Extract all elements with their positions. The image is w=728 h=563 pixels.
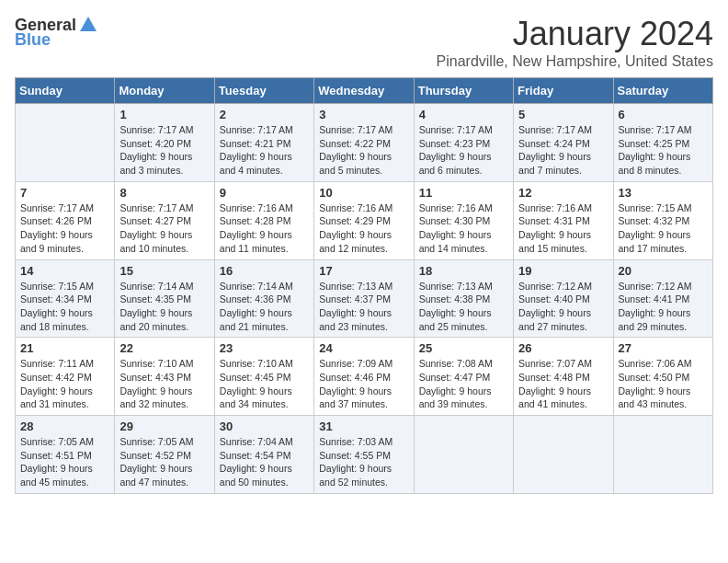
calendar-cell: 26Sunrise: 7:07 AMSunset: 4:48 PMDayligh… bbox=[514, 338, 613, 416]
header-cell-wednesday: Wednesday bbox=[314, 78, 414, 104]
day-number: 10 bbox=[319, 186, 408, 200]
cell-content: Sunrise: 7:16 AMSunset: 4:31 PMDaylight:… bbox=[518, 201, 608, 256]
day-number: 12 bbox=[518, 186, 608, 200]
calendar-cell bbox=[16, 104, 115, 182]
calendar-cell: 11Sunrise: 7:16 AMSunset: 4:30 PMDayligh… bbox=[414, 181, 513, 259]
day-number: 1 bbox=[119, 108, 209, 121]
cell-content: Sunrise: 7:17 AMSunset: 4:20 PMDaylight:… bbox=[119, 123, 209, 178]
cell-content: Sunrise: 7:13 AMSunset: 4:37 PMDaylight:… bbox=[319, 280, 408, 334]
cell-content: Sunrise: 7:10 AMSunset: 4:43 PMDaylight:… bbox=[119, 357, 209, 411]
day-number: 17 bbox=[319, 264, 408, 278]
day-number: 15 bbox=[119, 264, 209, 278]
calendar-cell: 14Sunrise: 7:15 AMSunset: 4:34 PMDayligh… bbox=[16, 259, 115, 338]
day-number: 14 bbox=[20, 264, 109, 278]
calendar-cell: 7Sunrise: 7:17 AMSunset: 4:26 PMDaylight… bbox=[16, 181, 115, 259]
cell-content: Sunrise: 7:16 AMSunset: 4:29 PMDaylight:… bbox=[319, 201, 408, 256]
cell-content: Sunrise: 7:03 AMSunset: 4:55 PMDaylight:… bbox=[319, 435, 408, 489]
title-area: January 2024 Pinardville, New Hampshire,… bbox=[437, 15, 713, 70]
cell-content: Sunrise: 7:17 AMSunset: 4:24 PMDaylight:… bbox=[518, 123, 608, 178]
calendar-cell: 13Sunrise: 7:15 AMSunset: 4:32 PMDayligh… bbox=[613, 181, 712, 259]
calendar-cell: 12Sunrise: 7:16 AMSunset: 4:31 PMDayligh… bbox=[514, 181, 613, 259]
cell-content: Sunrise: 7:15 AMSunset: 4:32 PMDaylight:… bbox=[619, 201, 708, 256]
day-number: 16 bbox=[220, 264, 309, 278]
cell-content: Sunrise: 7:05 AMSunset: 4:51 PMDaylight:… bbox=[20, 435, 109, 489]
day-number: 8 bbox=[119, 186, 209, 200]
calendar-cell bbox=[514, 416, 613, 494]
calendar-cell: 4Sunrise: 7:17 AMSunset: 4:23 PMDaylight… bbox=[414, 104, 513, 182]
calendar-cell: 20Sunrise: 7:12 AMSunset: 4:41 PMDayligh… bbox=[613, 259, 712, 338]
calendar-cell: 2Sunrise: 7:17 AMSunset: 4:21 PMDaylight… bbox=[214, 104, 313, 182]
day-number: 31 bbox=[319, 419, 408, 433]
calendar-cell: 10Sunrise: 7:16 AMSunset: 4:29 PMDayligh… bbox=[314, 181, 414, 259]
cell-content: Sunrise: 7:17 AMSunset: 4:23 PMDaylight:… bbox=[419, 123, 508, 178]
day-number: 18 bbox=[419, 264, 508, 278]
day-number: 20 bbox=[619, 264, 708, 278]
day-number: 22 bbox=[119, 341, 209, 355]
calendar-cell: 21Sunrise: 7:11 AMSunset: 4:42 PMDayligh… bbox=[16, 338, 115, 416]
calendar-cell: 23Sunrise: 7:10 AMSunset: 4:45 PMDayligh… bbox=[214, 338, 313, 416]
cell-content: Sunrise: 7:04 AMSunset: 4:54 PMDaylight:… bbox=[220, 435, 309, 489]
calendar-cell: 19Sunrise: 7:12 AMSunset: 4:40 PMDayligh… bbox=[514, 259, 613, 338]
logo-icon bbox=[78, 15, 98, 35]
cell-content: Sunrise: 7:17 AMSunset: 4:25 PMDaylight:… bbox=[619, 123, 708, 178]
cell-content: Sunrise: 7:12 AMSunset: 4:41 PMDaylight:… bbox=[619, 280, 708, 334]
day-number: 2 bbox=[220, 108, 309, 121]
day-number: 21 bbox=[20, 341, 109, 355]
day-number: 30 bbox=[220, 419, 309, 433]
week-row-0: 1Sunrise: 7:17 AMSunset: 4:20 PMDaylight… bbox=[16, 104, 713, 182]
day-number: 24 bbox=[319, 341, 408, 355]
week-row-1: 7Sunrise: 7:17 AMSunset: 4:26 PMDaylight… bbox=[16, 181, 713, 259]
day-number: 27 bbox=[619, 341, 708, 355]
day-number: 29 bbox=[119, 419, 209, 433]
header-cell-tuesday: Tuesday bbox=[214, 78, 313, 104]
calendar-cell: 28Sunrise: 7:05 AMSunset: 4:51 PMDayligh… bbox=[16, 416, 115, 494]
calendar-table: SundayMondayTuesdayWednesdayThursdayFrid… bbox=[15, 77, 713, 494]
day-number: 23 bbox=[220, 341, 309, 355]
calendar-cell: 15Sunrise: 7:14 AMSunset: 4:35 PMDayligh… bbox=[115, 259, 214, 338]
cell-content: Sunrise: 7:17 AMSunset: 4:27 PMDaylight:… bbox=[119, 201, 209, 256]
cell-content: Sunrise: 7:07 AMSunset: 4:48 PMDaylight:… bbox=[518, 357, 608, 411]
calendar-cell: 30Sunrise: 7:04 AMSunset: 4:54 PMDayligh… bbox=[214, 416, 313, 494]
day-number: 25 bbox=[419, 341, 508, 355]
calendar-cell bbox=[414, 416, 513, 494]
calendar-cell: 27Sunrise: 7:06 AMSunset: 4:50 PMDayligh… bbox=[613, 338, 712, 416]
header-cell-sunday: Sunday bbox=[16, 78, 115, 104]
day-number: 19 bbox=[518, 264, 608, 278]
cell-content: Sunrise: 7:08 AMSunset: 4:47 PMDaylight:… bbox=[419, 357, 508, 411]
header-cell-thursday: Thursday bbox=[414, 78, 513, 104]
week-row-2: 14Sunrise: 7:15 AMSunset: 4:34 PMDayligh… bbox=[16, 259, 713, 338]
calendar-cell: 17Sunrise: 7:13 AMSunset: 4:37 PMDayligh… bbox=[314, 259, 414, 338]
day-number: 26 bbox=[518, 341, 608, 355]
calendar-cell: 24Sunrise: 7:09 AMSunset: 4:46 PMDayligh… bbox=[314, 338, 414, 416]
calendar-cell: 25Sunrise: 7:08 AMSunset: 4:47 PMDayligh… bbox=[414, 338, 513, 416]
day-number: 13 bbox=[619, 186, 708, 200]
cell-content: Sunrise: 7:14 AMSunset: 4:36 PMDaylight:… bbox=[220, 280, 309, 334]
day-number: 7 bbox=[20, 186, 109, 200]
day-number: 9 bbox=[220, 186, 309, 200]
cell-content: Sunrise: 7:16 AMSunset: 4:30 PMDaylight:… bbox=[419, 201, 508, 256]
header-cell-saturday: Saturday bbox=[613, 78, 712, 104]
calendar-cell: 6Sunrise: 7:17 AMSunset: 4:25 PMDaylight… bbox=[613, 104, 712, 182]
calendar-cell: 22Sunrise: 7:10 AMSunset: 4:43 PMDayligh… bbox=[115, 338, 214, 416]
svg-marker-0 bbox=[80, 17, 97, 31]
day-number: 5 bbox=[518, 108, 608, 121]
cell-content: Sunrise: 7:17 AMSunset: 4:21 PMDaylight:… bbox=[220, 123, 309, 178]
cell-content: Sunrise: 7:11 AMSunset: 4:42 PMDaylight:… bbox=[20, 357, 109, 411]
cell-content: Sunrise: 7:13 AMSunset: 4:38 PMDaylight:… bbox=[419, 280, 508, 334]
cell-content: Sunrise: 7:10 AMSunset: 4:45 PMDaylight:… bbox=[220, 357, 309, 411]
cell-content: Sunrise: 7:17 AMSunset: 4:26 PMDaylight:… bbox=[20, 201, 109, 256]
header-cell-monday: Monday bbox=[115, 78, 214, 104]
week-row-4: 28Sunrise: 7:05 AMSunset: 4:51 PMDayligh… bbox=[16, 416, 713, 494]
cell-content: Sunrise: 7:17 AMSunset: 4:22 PMDaylight:… bbox=[319, 123, 408, 178]
day-number: 28 bbox=[20, 419, 109, 433]
logo-blue: Blue bbox=[15, 31, 51, 48]
cell-content: Sunrise: 7:14 AMSunset: 4:35 PMDaylight:… bbox=[119, 280, 209, 334]
cell-content: Sunrise: 7:12 AMSunset: 4:40 PMDaylight:… bbox=[518, 280, 608, 334]
calendar-cell: 1Sunrise: 7:17 AMSunset: 4:20 PMDaylight… bbox=[115, 104, 214, 182]
cell-content: Sunrise: 7:15 AMSunset: 4:34 PMDaylight:… bbox=[20, 280, 109, 334]
header-cell-friday: Friday bbox=[514, 78, 613, 104]
day-number: 11 bbox=[419, 186, 508, 200]
header: General Blue January 2024 Pinardville, N… bbox=[15, 15, 713, 70]
week-row-3: 21Sunrise: 7:11 AMSunset: 4:42 PMDayligh… bbox=[16, 338, 713, 416]
calendar-cell: 5Sunrise: 7:17 AMSunset: 4:24 PMDaylight… bbox=[514, 104, 613, 182]
